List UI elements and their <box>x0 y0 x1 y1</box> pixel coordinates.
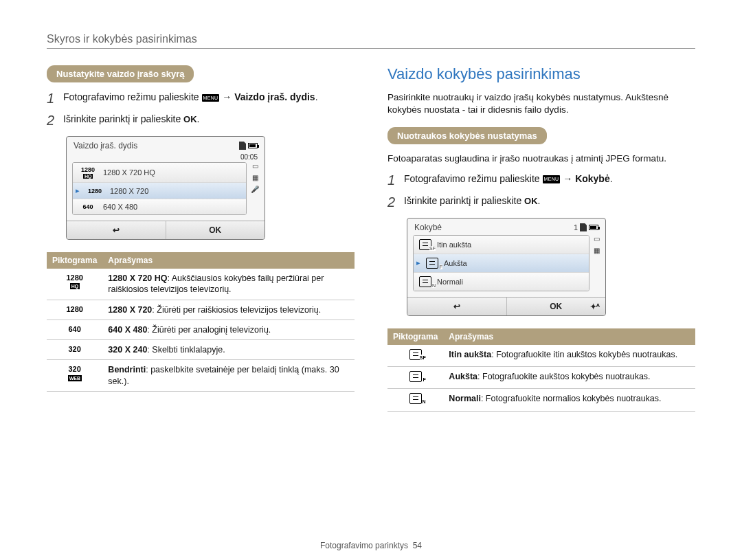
step-2-right: 2 Išrinkite parinktį ir palieskite OK. <box>387 194 695 210</box>
step1-end: . <box>610 173 613 184</box>
th-desc: Aprašymas <box>443 328 695 345</box>
th-desc: Aprašymas <box>102 252 355 269</box>
icon-sf: SF <box>387 345 443 367</box>
step-number: 1 <box>387 172 397 188</box>
arrow: → <box>560 173 575 184</box>
battery-icon <box>248 143 258 148</box>
lcd-ok-button[interactable]: OK <box>166 221 265 239</box>
step1-bold: Kokybė <box>575 173 610 184</box>
heading-quality: Vaizdo kokybės pasirinkimas <box>387 65 695 83</box>
step1-pre: Fotografavimo režimu palieskite <box>63 91 202 102</box>
step-text: Fotografavimo režimu palieskite MENU → K… <box>404 172 613 188</box>
step-text: Fotografavimo režimu palieskite MENU → V… <box>63 91 318 106</box>
lcd-title: Kokybė <box>414 223 442 232</box>
lcd-back-button[interactable]: ↩ <box>67 221 166 239</box>
th-icon: Piktograma <box>387 328 443 345</box>
ok-icon: OK <box>183 114 197 124</box>
left-column: Nustatykite vaizdo įrašo skyrą 1 Fotogra… <box>47 65 355 412</box>
icon-320: 320 <box>47 340 102 360</box>
quality-n-icon: N <box>419 276 431 287</box>
menu-icon: MENU <box>202 94 220 102</box>
step2-end: . <box>538 195 541 206</box>
sd-icon <box>239 142 246 150</box>
lcd-count: 1 <box>574 223 578 232</box>
lcd-list: SF Itin aukšta ▸ F Aukšta N Normali <box>413 235 589 291</box>
right-column: Vaizdo kokybės pasirinkimas Pasirinkite … <box>387 65 695 412</box>
step-number: 2 <box>47 113 56 128</box>
arrow: → <box>219 91 234 102</box>
quality-mini-icon: ▦ <box>252 174 258 181</box>
lcd-row-label: Itin aukšta <box>437 240 471 249</box>
step1-bold: Vaizdo įraš. dydis <box>234 91 315 102</box>
desc-cell: Normali: Fotografuokite normalios kokybė… <box>443 389 695 411</box>
lcd-list: 1280HQ 1280 X 720 HQ ▸ 1280 1280 X 720 6… <box>72 162 247 215</box>
step1-pre: Fotografavimo režimu palieskite <box>404 173 543 184</box>
lcd-row[interactable]: 640 640 X 480 <box>73 199 246 214</box>
step2-end: . <box>197 113 200 124</box>
quality-mini-icon: ▦ <box>594 247 600 254</box>
res-chip-1280hq: 1280HQ <box>78 166 98 179</box>
desc-cell: 640 X 480: Žiūrėti per analoginį televiz… <box>102 320 355 339</box>
step-2-left: 2 Išrinkite parinktį ir palieskite OK. <box>47 113 355 128</box>
lcd-title: Vaizdo įraš. dydis <box>74 141 137 150</box>
sd-icon <box>580 223 587 232</box>
icon-n: N <box>387 389 443 411</box>
pill-video-resolution: Nustatykite vaizdo įrašo skyrą <box>47 65 194 82</box>
pill-photo-quality: Nuotraukos kokybės nustatymas <box>387 127 547 144</box>
lcd-row-label: 1280 X 720 <box>110 187 148 195</box>
flash-auto-icon: ✦ᴬ <box>590 302 600 311</box>
icon-320web: 320WEB <box>47 360 102 392</box>
lcd-row-selected[interactable]: ▸ 1280 1280 X 720 <box>73 183 246 199</box>
lcd-row[interactable]: SF Itin aukšta <box>414 236 589 254</box>
desc-cell: 1280 X 720: Žiūrėti per raiškiosios tele… <box>102 300 355 320</box>
step-1-left: 1 Fotografavimo režimu palieskite MENU →… <box>47 91 355 106</box>
step-number: 2 <box>387 194 397 210</box>
icon-1280: 1280 <box>47 300 102 320</box>
step-1-right: 1 Fotografavimo režimu palieskite MENU →… <box>387 172 695 188</box>
desc-cell: Aukšta: Fotografuokite aukštos kokybės n… <box>443 366 695 388</box>
lcd-row-selected[interactable]: ▸ F Aukšta <box>414 254 589 273</box>
lcd-quality: Kokybė 1 SF Itin aukšta ▸ F Aukšta <box>407 218 606 316</box>
page-footer: Fotografavimo parinktys 54 <box>0 541 742 550</box>
video-size-table: Piktograma Aprašymas 1280HQ 1280 X 720 H… <box>47 252 355 392</box>
intro-paragraph: Pasirinkite nuotraukų ir vaizdo įrašų ko… <box>387 91 695 116</box>
ok-icon: OK <box>524 196 538 206</box>
divider <box>47 48 695 49</box>
step2-text: Išrinkite parinktį ir palieskite <box>63 113 183 124</box>
lcd-row[interactable]: N Normali <box>414 273 589 291</box>
desc-cell: 1280 X 720 HQ: Aukščiausios kokybės fail… <box>102 269 355 300</box>
lcd-row-label: 1280 X 720 HQ <box>103 168 155 177</box>
step2-text: Išrinkite parinktį ir palieskite <box>404 195 524 206</box>
selection-marker: ▸ <box>416 258 420 267</box>
mic-off-icon: 🎤̸ <box>251 186 259 193</box>
icon-1280hq: 1280HQ <box>47 269 102 300</box>
desc-cell: Itin aukšta: Fotografuokite itin aukštos… <box>443 345 695 367</box>
lcd-row-label: Aukšta <box>444 259 467 267</box>
lcd-row-label: Normali <box>437 278 463 286</box>
quality-f-icon: F <box>426 258 438 269</box>
icon-640: 640 <box>47 320 102 339</box>
quality-sf-icon: SF <box>419 239 431 250</box>
res-chip-1280: 1280 <box>85 188 104 194</box>
selection-marker: ▸ <box>76 186 80 195</box>
icon-f: F <box>387 366 443 388</box>
res-mini-icon: ▭ <box>594 235 600 243</box>
lcd-side-icons: ▭ ▦ 🎤̸ <box>251 162 259 215</box>
section-title: Skyros ir kokybės pasirinkimas <box>47 33 695 45</box>
footer-page: 54 <box>413 541 422 550</box>
lcd-video-size: Vaizdo įraš. dydis 00:05 1280HQ 1280 X 7… <box>66 136 265 240</box>
lcd-side-icons: ▭ ▦ <box>594 235 600 291</box>
desc-cell: Bendrinti: paskelbkite svetainėje per be… <box>102 360 355 392</box>
step-text: Išrinkite parinktį ir palieskite OK. <box>63 113 199 128</box>
lcd-back-button[interactable]: ↩ <box>407 298 507 315</box>
footer-label: Fotografavimo parinktys <box>320 541 408 550</box>
res-mini-icon: ▭ <box>252 162 258 170</box>
step-text: Išrinkite parinktį ir palieskite OK. <box>404 194 540 210</box>
lcd-time: 00:05 <box>240 153 258 161</box>
step-number: 1 <box>47 91 56 106</box>
lcd-row[interactable]: 1280HQ 1280 X 720 HQ <box>73 163 246 183</box>
res-chip-640: 640 <box>78 203 98 210</box>
th-icon: Piktograma <box>47 252 102 269</box>
two-column-layout: Nustatykite vaizdo įrašo skyrą 1 Fotogra… <box>47 65 695 412</box>
menu-icon: MENU <box>543 175 561 183</box>
